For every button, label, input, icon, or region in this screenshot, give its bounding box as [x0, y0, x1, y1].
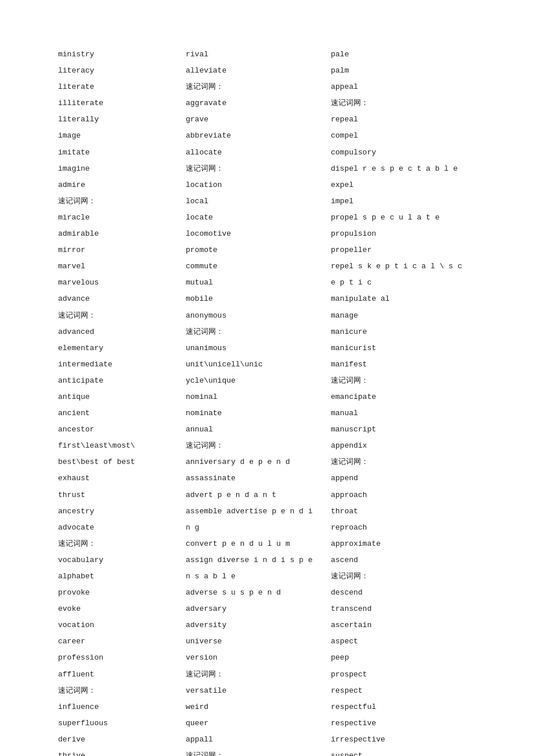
list-item: assassinate	[186, 470, 331, 487]
list-item: emancipate	[331, 389, 476, 405]
list-item: suspect	[331, 748, 476, 756]
list-item: adverse s u s p e n d	[186, 585, 331, 601]
list-item: assemble advertise p e n d i	[186, 503, 331, 520]
list-item: marvel	[58, 258, 186, 275]
list-item: n s a b l e	[186, 568, 331, 585]
list-item: propulsion	[331, 226, 476, 242]
list-item: universe	[186, 633, 331, 650]
list-item: image	[58, 128, 186, 144]
list-item: nominal	[186, 389, 331, 405]
column-3: palepalmappeal速记词网：repealcompelcompulsor…	[331, 46, 476, 756]
list-item: literacy	[58, 63, 186, 79]
list-item: appendix	[331, 438, 476, 454]
list-item: compulsory	[331, 145, 476, 161]
list-item: dispel r e s p e c t a b l e	[331, 161, 476, 177]
list-item: versatile	[186, 683, 331, 699]
list-item: location	[186, 177, 331, 193]
list-item: commute	[186, 258, 331, 275]
list-item: 速记词网：	[186, 161, 331, 177]
list-item: aspect	[331, 633, 476, 650]
list-item: thrust	[58, 487, 186, 503]
list-item: assign diverse i n d i s p e	[186, 552, 331, 568]
list-item: adversary	[186, 601, 331, 617]
list-item: profession	[58, 650, 186, 666]
list-item: respectful	[331, 699, 476, 715]
list-item: append	[331, 470, 476, 487]
list-item: ancient	[58, 405, 186, 422]
list-item: throat	[331, 503, 476, 520]
list-item: advanced	[58, 324, 186, 340]
list-item: grave	[186, 111, 331, 128]
list-item: derive	[58, 732, 186, 748]
list-item: 速记词网：	[58, 308, 186, 324]
list-item: advert p e n d a n t	[186, 487, 331, 503]
list-item: elementary	[58, 340, 186, 357]
list-item: career	[58, 633, 186, 650]
list-item: illiterate	[58, 95, 186, 111]
word-grid: ministryliteracyliterateilliteratelitera…	[58, 46, 476, 756]
list-item: manicurist	[331, 340, 476, 357]
list-item: irrespective	[331, 732, 476, 748]
list-item: respective	[331, 715, 476, 732]
list-item: weird	[186, 699, 331, 715]
list-item: ancestry	[58, 503, 186, 520]
list-item: provoke	[58, 585, 186, 601]
list-item: unit\unicell\unic	[186, 357, 331, 373]
list-item: compel	[331, 128, 476, 144]
list-item: 速记词网：	[58, 683, 186, 699]
list-item: manage	[331, 308, 476, 324]
list-item: reproach	[331, 520, 476, 536]
list-item: admirable	[58, 226, 186, 242]
list-item: anniversary d e p e n d	[186, 454, 331, 470]
list-item: expel	[331, 177, 476, 193]
list-item: version	[186, 650, 331, 666]
list-item: repel s k e p t i c a l \ s c	[331, 258, 476, 275]
list-item: imitate	[58, 145, 186, 161]
list-item: first\least\most\	[58, 438, 186, 454]
list-item: mutual	[186, 275, 331, 291]
list-item: miracle	[58, 210, 186, 226]
list-item: 速记词网：	[331, 373, 476, 389]
list-item: 速记词网：	[186, 79, 331, 95]
list-item: intermediate	[58, 357, 186, 373]
list-item: 速记词网：	[331, 95, 476, 111]
list-item: thrive	[58, 748, 186, 756]
list-item: mobile	[186, 291, 331, 307]
list-item: anonymous	[186, 308, 331, 324]
list-item: 速记词网：	[331, 454, 476, 470]
list-item: mirror	[58, 242, 186, 258]
list-item: annual	[186, 422, 331, 438]
list-item: descend	[331, 585, 476, 601]
list-item: queer	[186, 715, 331, 732]
list-item: unanimous	[186, 340, 331, 357]
list-item: appeal	[331, 79, 476, 95]
list-item: advocate	[58, 520, 186, 536]
list-item: vocation	[58, 617, 186, 633]
list-item: literally	[58, 111, 186, 128]
list-item: pale	[331, 46, 476, 63]
list-item: imagine	[58, 161, 186, 177]
list-item: 速记词网：	[186, 748, 331, 756]
list-item: manicure	[331, 324, 476, 340]
list-item: 速记词网：	[58, 536, 186, 552]
list-item: affluent	[58, 667, 186, 683]
list-item: e p t i c	[331, 275, 476, 291]
list-item: locomotive	[186, 226, 331, 242]
list-item: n g	[186, 520, 331, 536]
list-item: promote	[186, 242, 331, 258]
list-item: impel	[331, 193, 476, 210]
list-item: nominate	[186, 405, 331, 422]
column-2: rivalalleviate速记词网：aggravategraveabbrevi…	[186, 46, 331, 756]
list-item: 速记词网：	[331, 568, 476, 585]
list-item: approach	[331, 487, 476, 503]
list-item: prospect	[331, 667, 476, 683]
list-item: manipulate al	[331, 291, 476, 307]
list-item: repeal	[331, 111, 476, 128]
list-item: 速记词网：	[186, 667, 331, 683]
list-item: superfluous	[58, 715, 186, 732]
list-item: manuscript	[331, 422, 476, 438]
list-item: palm	[331, 63, 476, 79]
list-item: exhaust	[58, 470, 186, 487]
list-item: anticipate	[58, 373, 186, 389]
list-item: manual	[331, 405, 476, 422]
